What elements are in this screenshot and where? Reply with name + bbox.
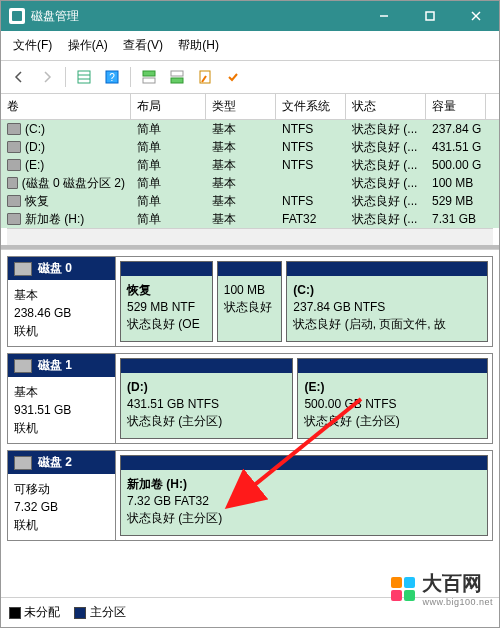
view-list-icon[interactable]	[72, 65, 96, 89]
cell-cap: 431.51 G	[426, 139, 486, 155]
table-row[interactable]: (E:)简单基本NTFS状态良好 (...500.00 G	[1, 156, 499, 174]
partition-header	[121, 262, 212, 276]
cell-fs: NTFS	[276, 157, 346, 173]
partition-status: 状态良好 (主分区)	[127, 413, 286, 430]
cell-volume: (E:)	[25, 158, 44, 172]
cell-cap: 529 MB	[426, 193, 486, 209]
partition[interactable]: 新加卷 (H:)7.32 GB FAT32状态良好 (主分区)	[120, 455, 488, 536]
partition-header	[298, 359, 487, 373]
disk-info[interactable]: 磁盘 2可移动7.32 GB联机	[8, 451, 116, 540]
disk-name: 磁盘 0	[38, 260, 72, 277]
cell-layout: 简单	[131, 156, 206, 175]
cell-cap: 7.31 GB	[426, 211, 486, 227]
cell-fs: FAT32	[276, 211, 346, 227]
disk-state: 联机	[14, 322, 109, 340]
disk-size: 7.32 GB	[14, 498, 109, 516]
legend-primary-swatch	[74, 607, 86, 619]
disk-info[interactable]: 磁盘 1基本931.51 GB联机	[8, 354, 116, 443]
forward-button[interactable]	[35, 65, 59, 89]
disk-info[interactable]: 磁盘 0基本238.46 GB联机	[8, 257, 116, 346]
partition-size: 529 MB NTF	[127, 299, 206, 316]
table-row[interactable]: 恢复简单基本NTFS状态良好 (...529 MB	[1, 192, 499, 210]
svg-rect-11	[171, 71, 183, 76]
partition[interactable]: (E:)500.00 GB NTFS状态良好 (主分区)	[297, 358, 488, 439]
titlebar: 磁盘管理	[1, 1, 499, 31]
cell-cap: 500.00 G	[426, 157, 486, 173]
menu-action[interactable]: 操作(A)	[62, 35, 114, 56]
horizontal-scrollbar[interactable]	[7, 228, 493, 245]
col-type[interactable]: 类型	[206, 94, 276, 119]
col-status[interactable]: 状态	[346, 94, 426, 119]
minimize-button[interactable]	[361, 1, 407, 31]
partition-header	[218, 262, 282, 276]
properties-icon[interactable]	[193, 65, 217, 89]
partition-title: (E:)	[304, 379, 481, 396]
partition[interactable]: 100 MB状态良好	[217, 261, 283, 342]
table-row[interactable]: 新加卷 (H:)简单基本FAT32状态良好 (...7.31 GB	[1, 210, 499, 228]
volume-icon	[7, 141, 21, 153]
svg-text:?: ?	[109, 72, 115, 83]
volume-list: 卷 布局 类型 文件系统 状态 容量 (C:)简单基本NTFS状态良好 (...…	[1, 94, 499, 249]
disk-icon	[14, 262, 32, 276]
table-row[interactable]: (磁盘 0 磁盘分区 2)简单基本状态良好 (...100 MB	[1, 174, 499, 192]
disk-size: 238.46 GB	[14, 304, 109, 322]
cell-type: 基本	[206, 210, 276, 229]
cell-status: 状态良好 (...	[346, 156, 426, 175]
partition-size: 500.00 GB NTFS	[304, 396, 481, 413]
cell-status: 状态良好 (...	[346, 138, 426, 157]
view-bottom-icon[interactable]	[165, 65, 189, 89]
volume-icon	[7, 213, 21, 225]
cell-volume: (D:)	[25, 140, 45, 154]
cell-volume: 恢复	[25, 193, 49, 210]
disk-state: 联机	[14, 419, 109, 437]
legend-unallocated-swatch	[9, 607, 21, 619]
cell-fs	[276, 182, 346, 184]
partition-header	[121, 359, 292, 373]
col-filesystem[interactable]: 文件系统	[276, 94, 346, 119]
partition[interactable]: 恢复529 MB NTF状态良好 (OE	[120, 261, 213, 342]
disk-state: 联机	[14, 516, 109, 534]
help-icon[interactable]: ?	[100, 65, 124, 89]
partition[interactable]: (D:)431.51 GB NTFS状态良好 (主分区)	[120, 358, 293, 439]
partition-title: 新加卷 (H:)	[127, 476, 481, 493]
menu-help[interactable]: 帮助(H)	[172, 35, 225, 56]
refresh-icon[interactable]	[221, 65, 245, 89]
col-layout[interactable]: 布局	[131, 94, 206, 119]
partition-title: (C:)	[293, 282, 481, 299]
table-row[interactable]: (C:)简单基本NTFS状态良好 (...237.84 G	[1, 120, 499, 138]
watermark-url: www.big100.net	[422, 597, 493, 607]
legend-unallocated-label: 未分配	[24, 605, 60, 619]
partition-size: 100 MB	[224, 282, 276, 299]
view-top-icon[interactable]	[137, 65, 161, 89]
partition-status: 状态良好	[224, 299, 276, 316]
disk-name: 磁盘 2	[38, 454, 72, 471]
svg-rect-12	[171, 78, 183, 83]
close-button[interactable]	[453, 1, 499, 31]
cell-status: 状态良好 (...	[346, 174, 426, 193]
col-volume[interactable]: 卷	[1, 94, 131, 119]
partition-header	[121, 456, 487, 470]
cell-type: 基本	[206, 174, 276, 193]
window-title: 磁盘管理	[31, 8, 79, 25]
disk-icon	[14, 456, 32, 470]
disk-management-window: 磁盘管理 文件(F) 操作(A) 查看(V) 帮助(H) ? 卷 布局 类型 文…	[0, 0, 500, 628]
disk-type: 基本	[14, 383, 109, 401]
cell-status: 状态良好 (...	[346, 210, 426, 229]
back-button[interactable]	[7, 65, 31, 89]
partition-status: 状态良好 (启动, 页面文件, 故	[293, 316, 481, 333]
volume-icon	[7, 177, 18, 189]
cell-fs: NTFS	[276, 193, 346, 209]
table-row[interactable]: (D:)简单基本NTFS状态良好 (...431.51 G	[1, 138, 499, 156]
partition[interactable]: (C:)237.84 GB NTFS状态良好 (启动, 页面文件, 故	[286, 261, 488, 342]
volume-icon	[7, 159, 21, 171]
disk-size: 931.51 GB	[14, 401, 109, 419]
watermark: 大百网 www.big100.net	[390, 570, 493, 607]
disk-icon	[14, 359, 32, 373]
maximize-button[interactable]	[407, 1, 453, 31]
list-header: 卷 布局 类型 文件系统 状态 容量	[1, 94, 499, 120]
disk-type: 基本	[14, 286, 109, 304]
cell-type: 基本	[206, 192, 276, 211]
col-capacity[interactable]: 容量	[426, 94, 486, 119]
menu-file[interactable]: 文件(F)	[7, 35, 58, 56]
menu-view[interactable]: 查看(V)	[117, 35, 169, 56]
